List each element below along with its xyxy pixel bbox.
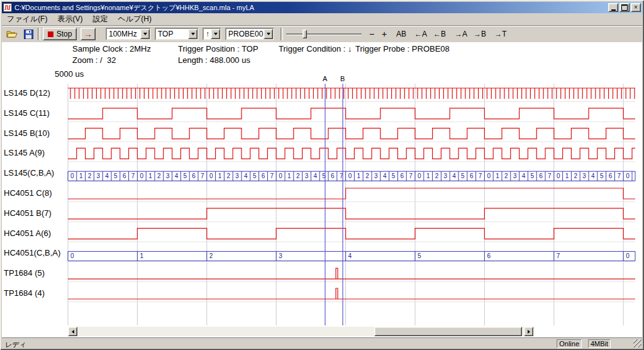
svg-text:7: 7	[409, 172, 413, 179]
svg-text:6: 6	[470, 172, 474, 179]
svg-text:7: 7	[201, 172, 204, 179]
svg-text:0: 0	[557, 172, 560, 179]
svg-text:5: 5	[392, 172, 396, 179]
svg-text:3: 3	[374, 172, 378, 179]
svg-text:2: 2	[157, 172, 161, 179]
svg-text:6: 6	[262, 172, 265, 179]
svg-text:7: 7	[131, 172, 135, 179]
svg-text:1: 1	[565, 172, 569, 179]
channel-label: LS145 A(9)	[4, 148, 67, 157]
svg-text:6: 6	[123, 172, 126, 179]
channel-label: HC4051 C(8)	[4, 188, 67, 198]
sample-clock-text: Sample Clock : 2MHz	[72, 44, 151, 54]
channel-label: TP1684 (4)	[4, 288, 67, 298]
svg-text:4: 4	[314, 172, 318, 179]
trigger-position-text: Trigger Position : TOP	[178, 44, 258, 54]
svg-text:6: 6	[331, 172, 335, 179]
svg-text:0: 0	[626, 252, 630, 259]
svg-text:1: 1	[287, 172, 291, 179]
length-text: Length : 488.000 us	[178, 55, 250, 65]
svg-text:0: 0	[70, 172, 74, 179]
trigger-condition-text: Trigger Condition : ↓	[279, 44, 352, 54]
svg-text:4: 4	[591, 172, 595, 179]
app-window: C:¥Documents and Settings¥noname¥デスクトップ¥…	[0, 0, 644, 350]
svg-text:6: 6	[487, 252, 491, 259]
scroll-left-icon	[72, 330, 74, 334]
trigger-probe-text: Trigger Probe : PROBE08	[355, 44, 450, 54]
svg-text:3: 3	[582, 172, 586, 179]
svg-text:6: 6	[192, 172, 196, 179]
svg-text:2: 2	[296, 172, 300, 179]
svg-text:5: 5	[184, 172, 187, 179]
svg-text:7: 7	[479, 172, 482, 179]
scroll-thumb[interactable]	[374, 327, 522, 336]
svg-text:0: 0	[70, 252, 74, 259]
svg-text:4: 4	[522, 172, 526, 179]
svg-text:3: 3	[279, 252, 282, 259]
svg-text:1: 1	[496, 172, 499, 179]
channel-label: HC4051 B(7)	[4, 208, 67, 218]
svg-text:1: 1	[357, 172, 361, 179]
svg-text:7: 7	[557, 252, 560, 259]
svg-text:2: 2	[574, 172, 578, 179]
channel-label: HC4051 A(6)	[4, 229, 67, 238]
svg-text:0: 0	[487, 172, 491, 179]
svg-text:2: 2	[435, 172, 439, 179]
svg-text:4: 4	[105, 172, 109, 179]
zoom-text: Zoom : / 32	[72, 55, 116, 65]
svg-text:4: 4	[175, 172, 179, 179]
svg-text:3: 3	[513, 172, 517, 179]
svg-text:0: 0	[348, 172, 352, 179]
svg-text:7: 7	[270, 172, 274, 179]
svg-text:0: 0	[209, 172, 213, 179]
svg-text:5: 5	[253, 172, 257, 179]
svg-text:7: 7	[618, 172, 621, 179]
scroll-right-icon	[528, 330, 530, 334]
svg-text:5: 5	[600, 172, 604, 179]
svg-text:1: 1	[426, 172, 430, 179]
svg-text:4: 4	[383, 172, 387, 179]
svg-text:6: 6	[539, 172, 543, 179]
timebase-text: 5000 us	[55, 69, 84, 79]
svg-text:3: 3	[235, 172, 239, 179]
channel-label: HC4051(C,B,A)	[4, 248, 67, 257]
svg-text:0: 0	[418, 172, 421, 179]
svg-text:2: 2	[227, 172, 231, 179]
svg-text:2: 2	[504, 172, 508, 179]
svg-text:7: 7	[548, 172, 552, 179]
channel-label: LS145(C,B,A)	[4, 168, 67, 178]
svg-text:5: 5	[531, 172, 535, 179]
svg-text:3: 3	[305, 172, 309, 179]
svg-text:5: 5	[461, 172, 465, 179]
channel-label: LS145 B(10)	[4, 128, 67, 138]
svg-text:1: 1	[79, 172, 83, 179]
horizontal-scrollbar[interactable]	[68, 327, 533, 336]
channel-label: LS145 D(12)	[4, 88, 67, 98]
svg-text:6: 6	[401, 172, 404, 179]
svg-text:1: 1	[140, 252, 143, 259]
svg-text:3: 3	[444, 172, 448, 179]
scroll-left-button[interactable]	[68, 327, 77, 336]
svg-text:5: 5	[418, 252, 421, 259]
channel-label: LS145 C(11)	[4, 108, 67, 118]
scroll-right-button[interactable]	[524, 327, 533, 336]
svg-text:1: 1	[148, 172, 152, 179]
svg-text:3: 3	[97, 172, 101, 179]
svg-text:0: 0	[279, 172, 282, 179]
svg-text:6: 6	[609, 172, 613, 179]
channel-label: TP1684 (5)	[4, 268, 67, 278]
svg-text:3: 3	[166, 172, 170, 179]
svg-text:1: 1	[218, 172, 222, 179]
svg-text:4: 4	[348, 252, 352, 259]
svg-text:4: 4	[452, 172, 456, 179]
svg-text:5: 5	[114, 172, 118, 179]
svg-text:0: 0	[140, 172, 144, 179]
svg-text:4: 4	[244, 172, 248, 179]
svg-text:0: 0	[626, 172, 630, 179]
svg-text:2: 2	[209, 252, 213, 259]
svg-text:2: 2	[365, 172, 369, 179]
svg-text:2: 2	[88, 172, 92, 179]
